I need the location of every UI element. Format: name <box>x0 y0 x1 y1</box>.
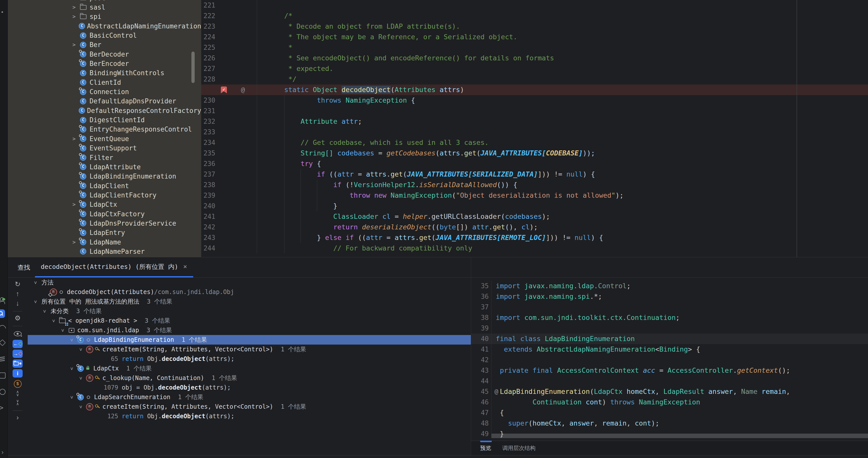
result-node-< openjdk8-redhat >[interactable]: >< openjdk8-redhat >3 个结果 <box>28 316 471 326</box>
chevron-down-icon[interactable]: > <box>31 279 40 286</box>
sidebar-item-LdapEntry[interactable]: CLdapEntry <box>7 228 201 238</box>
chevron-down-icon[interactable]: > <box>77 403 85 410</box>
bookmark-icon[interactable] <box>221 87 227 93</box>
editor-line-233[interactable]: 233 <box>201 127 868 137</box>
chevron-right-icon[interactable]: > <box>72 5 80 10</box>
result-code-row[interactable]: 65return Obj.decodeObject(attrs); <box>28 354 471 364</box>
sidebar-item-spi[interactable]: >spi <box>7 12 201 21</box>
navigate-with-source-toggle[interactable]: ← <box>12 340 23 348</box>
chevron-right-icon[interactable]: > <box>72 136 80 141</box>
chevron-right-icon[interactable]: > <box>72 0 80 0</box>
result-node-createItem(String, Attributes, Vector<Control>)[interactable]: >mcreateItem(String, Attributes, Vector<… <box>28 344 471 354</box>
navigate-to-source-toggle[interactable]: → <box>12 349 23 358</box>
editor-line-242[interactable]: 242 return deserializeObject((byte[]) at… <box>201 222 868 233</box>
editor-line-232[interactable]: 232 Attribute attr; <box>201 116 868 127</box>
sidebar-item-LdapNameParser[interactable]: CLdapNameParser <box>7 247 201 256</box>
chevron-right-icon[interactable]: > <box>72 202 80 207</box>
preview-line-40[interactable]: 40final class LdapBindingEnumeration <box>471 334 868 344</box>
result-node-LdapSearchEnumeration[interactable]: >CLdapSearchEnumeration1 个结果 <box>28 392 471 402</box>
preview-line-47[interactable]: 47 { <box>471 407 868 418</box>
result-node-decodeObject(Attributes)[interactable]: mdecodeObject(Attributes) /com.sun.jndi.… <box>28 287 471 297</box>
sidebar-item-LdapDnsProviderService[interactable]: CLdapDnsProviderService <box>7 219 201 228</box>
preview-line-39[interactable]: 39 <box>471 323 868 334</box>
result-node-LdapBindingEnumeration[interactable]: >CLdapBindingEnumeration1 个结果 <box>28 335 471 344</box>
preview-line-37[interactable]: 37 <box>471 302 868 312</box>
chevron-right-icon[interactable]: > <box>72 42 80 47</box>
code-editor[interactable]: 221222 /*223 * Decode an object from LDA… <box>201 0 868 257</box>
editor-line-226[interactable]: 226 * See encodeObject() and encodeRefer… <box>201 53 868 63</box>
result-node-com.sun.jndi.ldap[interactable]: >com.sun.jndi.ldap3 个结果 <box>28 326 471 335</box>
editor-line-229[interactable]: @ static Object decodeObject(Attributes … <box>201 85 868 95</box>
editor-line-235[interactable]: 235 String[] codebases = getCodebases(at… <box>201 148 868 158</box>
result-node-LdapCtx[interactable]: >CLdapCtx1 个结果 <box>28 364 471 373</box>
editor-line-244[interactable]: 244 // For backward compatibility only <box>201 243 868 253</box>
chevron-down-icon[interactable]: > <box>77 374 85 381</box>
sidebar-item-Ber[interactable]: >CBer <box>7 40 201 50</box>
settings-button[interactable]: ⚙ <box>12 314 23 323</box>
editor-line-223[interactable]: 223 * Decode an object from LDAP attribu… <box>201 21 868 32</box>
sidebar-item-BasicControl[interactable]: CBasicControl <box>7 31 201 40</box>
chevron-down-icon[interactable]: > <box>77 346 85 353</box>
chevron-down-icon[interactable]: > <box>68 394 76 401</box>
rerun-find-button[interactable]: ↻ <box>12 280 23 289</box>
editor-line-239[interactable]: 239 throw new NamingException("Object de… <box>201 190 868 201</box>
editor-line-234[interactable]: 234 // Get codebase, which is used in al… <box>201 137 868 148</box>
preview-line-36[interactable]: 36import javax.naming.spi.*; <box>471 291 868 302</box>
editor-line-230[interactable]: 230 throws NamingException { <box>201 95 868 105</box>
preview-line-45[interactable]: 45@ LdapBindingEnumeration(LdapCtx homeC… <box>471 386 868 397</box>
editor-line-225[interactable]: 225 * <box>201 42 868 53</box>
show-info-toggle[interactable]: i <box>12 369 23 377</box>
preview-line-48[interactable]: 48 super(homeCtx, answer, remain, cont); <box>471 418 868 429</box>
sidebar-item-LdapClientFactory[interactable]: CLdapClientFactory <box>7 190 201 200</box>
chevron-down-icon[interactable]: > <box>59 327 67 334</box>
preview-line-43[interactable]: 43 private final AccessControlContext ac… <box>471 365 868 376</box>
sidebar-item-BerDecoder[interactable]: CBerDecoder <box>7 50 201 59</box>
result-node-方法[interactable]: >方法 <box>28 278 471 287</box>
chevron-down-icon[interactable]: > <box>50 317 58 324</box>
result-node-c_lookup(Name, Continuation)[interactable]: >mc_lookup(Name, Continuation)1 个结果 <box>28 373 471 383</box>
editor-line-241[interactable]: 241 ClassLoader cl = helper.getURLClassL… <box>201 211 868 222</box>
editor-line-227[interactable]: 227 * expected. <box>201 63 868 74</box>
result-code-row[interactable]: 1079obj = Obj.decodeObject(attrs); <box>28 383 471 392</box>
sidebar-item-EventSupport[interactable]: CEventSupport <box>7 144 201 153</box>
editor-line-231[interactable]: 231 <box>201 105 868 116</box>
chevron-right-icon[interactable]: > <box>72 240 80 245</box>
more-options-button[interactable]: › <box>12 414 23 422</box>
usage-preview-editor[interactable]: 35import javax.naming.ldap.Control;36imp… <box>471 278 868 438</box>
sidebar-item-Filter[interactable]: CFilter <box>7 153 201 162</box>
result-node-createItem(String, Attributes, Vector<Control>)[interactable]: >mcreateItem(String, Attributes, Vector<… <box>28 402 471 411</box>
previous-occurrence-button[interactable]: ↑ <box>12 290 23 299</box>
sidebar-item-LdapBindingEnumeration[interactable]: CLdapBindingEnumeration <box>7 172 201 181</box>
find-results-tab[interactable]: decodeObject(Attributes) (所有位置 内) × <box>35 257 193 277</box>
find-results-tree[interactable]: >方法mdecodeObject(Attributes) /com.sun.jn… <box>28 278 471 456</box>
preview-line-46[interactable]: 46 Continuation cont) throws NamingExcep… <box>471 397 868 407</box>
sidebar-item-LdapCtxFactory[interactable]: CLdapCtxFactory <box>7 209 201 219</box>
sidebar-item-LdapName[interactable]: >CLdapName <box>7 238 201 247</box>
preview-line-42[interactable]: 42 <box>471 355 868 365</box>
sidebar-item-pool[interactable]: >pool <box>7 0 201 2</box>
sidebar-item-LdapClient[interactable]: CLdapClient <box>7 181 201 190</box>
next-occurrence-button[interactable]: ↓ <box>12 300 23 308</box>
sidebar-item-DigestClientId[interactable]: CDigestClientId <box>7 115 201 124</box>
editor-line-236[interactable]: 236 try { <box>201 158 868 169</box>
editor-line-240[interactable]: 240 } <box>201 201 868 211</box>
preview-line-38[interactable]: 38import com.sun.jndi.toolkit.ctx.Contin… <box>471 312 868 323</box>
preview-line-35[interactable]: 35import javax.naming.ldap.Control; <box>471 281 868 291</box>
chevron-down-icon[interactable]: > <box>31 298 40 305</box>
chevron-down-icon[interactable]: > <box>68 365 76 372</box>
chevron-right-icon[interactable]: > <box>72 14 80 19</box>
result-node-所有位置 中的 用法或基方法的用法[interactable]: >所有位置 中的 用法或基方法的用法3 个结果 <box>28 297 471 306</box>
close-icon[interactable]: × <box>183 263 187 271</box>
sidebar-item-AbstractLdapNamingEnumeration[interactable]: CAbstractLdapNamingEnumeration <box>7 21 201 31</box>
sidebar-item-EventQueue[interactable]: >CEventQueue <box>7 134 201 143</box>
editor-line-224[interactable]: 224 * The object may be a Reference, or … <box>201 32 868 42</box>
find-tool-window-button[interactable] <box>0 309 7 318</box>
editor-line-237[interactable]: 237 if ((attr = attrs.get(JAVA_ATTRIBUTE… <box>201 169 868 180</box>
editor-line-243[interactable]: 243 } else if ((attr = attrs.get(JAVA_AT… <box>201 233 868 243</box>
preview-line-41[interactable]: 41 extends AbstractLdapNamingEnumeration… <box>471 344 868 355</box>
expand-all-button[interactable]: ∧∨ <box>17 390 19 396</box>
editor-line-221[interactable]: 221 <box>201 0 868 10</box>
sidebar-item-LdapCtx[interactable]: >CLdapCtx <box>7 200 201 209</box>
sidebar-item-BerEncoder[interactable]: CBerEncoder <box>7 59 201 68</box>
collapse-all-button[interactable]: ∨∧ <box>17 399 19 405</box>
